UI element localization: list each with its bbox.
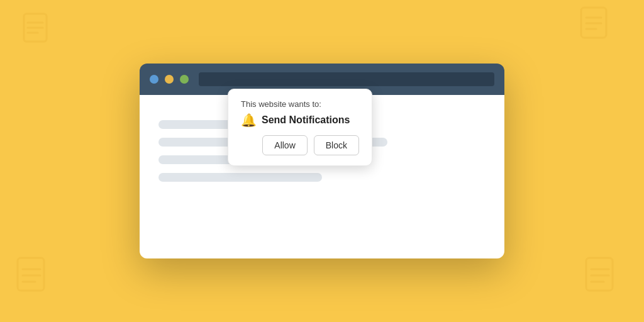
popup-buttons: Allow Block — [241, 135, 359, 155]
bell-icon: 🔔 — [241, 114, 257, 126]
bg-icon-top-right — [575, 6, 619, 53]
bg-icon-bottom-right — [581, 257, 625, 309]
browser-window: This website wants to: 🔔 Send Notificati… — [140, 64, 504, 258]
block-button[interactable]: Block — [314, 135, 359, 155]
allow-button[interactable]: Allow — [262, 135, 307, 155]
notification-popup: This website wants to: 🔔 Send Notificati… — [228, 89, 372, 166]
address-bar[interactable] — [199, 72, 494, 86]
traffic-light-green[interactable] — [180, 75, 189, 84]
svg-rect-8 — [18, 258, 44, 291]
browser-body: This website wants to: 🔔 Send Notificati… — [140, 95, 504, 258]
bg-icon-bottom-left — [13, 257, 57, 309]
traffic-light-yellow[interactable] — [165, 75, 174, 84]
content-line-4 — [158, 173, 322, 182]
traffic-light-blue[interactable] — [150, 75, 158, 84]
svg-rect-12 — [586, 258, 613, 291]
popup-notification-row: 🔔 Send Notifications — [241, 114, 359, 126]
popup-title: This website wants to: — [241, 99, 359, 109]
notification-text: Send Notifications — [262, 114, 350, 126]
bg-icon-top-left — [19, 13, 57, 59]
